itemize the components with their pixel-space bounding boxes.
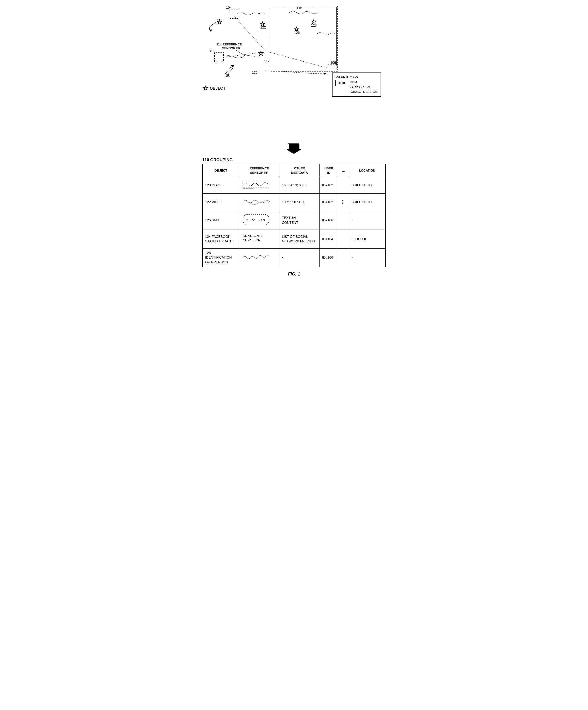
db-ctrl-label: CTRL bbox=[336, 80, 348, 86]
svg-text:☆: ☆ bbox=[294, 26, 299, 33]
table-row: 124 FACEBOOKSTATUS UPDATE X1, X2, …, XN … bbox=[203, 230, 386, 249]
svg-text:114  REFERENCE: 114 REFERENCE bbox=[216, 43, 242, 46]
cell-object-3: 126 SMS bbox=[203, 211, 239, 230]
cell-userid-1: ID#102 bbox=[320, 177, 338, 194]
svg-text:☆: ☆ bbox=[260, 20, 265, 27]
cell-location-2: BUILDING ID bbox=[349, 193, 386, 211]
db-mem-item2: -OBJECTS 120-128 bbox=[350, 89, 378, 94]
svg-text:☆: ☆ bbox=[216, 18, 222, 26]
svg-text:116: 116 bbox=[297, 6, 302, 10]
svg-text:☆: ☆ bbox=[258, 50, 264, 57]
cell-object-2: 122 VIDEO bbox=[203, 193, 239, 211]
svg-marker-33 bbox=[287, 144, 301, 154]
cell-other-3: TEXTUALCONTENT bbox=[279, 211, 320, 230]
svg-text:102: 102 bbox=[210, 49, 215, 53]
svg-marker-27 bbox=[209, 29, 212, 32]
figure-label: FIG. 1 bbox=[200, 271, 388, 277]
cell-location-5: - bbox=[349, 249, 386, 267]
col-header-other-metadata: OTHERMETADATA bbox=[279, 164, 320, 177]
svg-rect-0 bbox=[229, 9, 238, 18]
main-table: OBJECT REFERENCESENSOR FP OTHERMETADATA … bbox=[202, 164, 386, 267]
diagram-area: 104 124 102 106 116 122 126 128 112 108 … bbox=[200, 5, 388, 140]
cell-dots-2: ⋮ bbox=[338, 193, 349, 211]
svg-text:Y1, Y2, …, YN: Y1, Y2, …, YN bbox=[246, 218, 265, 221]
svg-text:104: 104 bbox=[226, 5, 232, 9]
svg-line-30 bbox=[235, 50, 245, 55]
db-entity-title: DB ENTITY 100 bbox=[336, 75, 377, 78]
db-entity-box: DB ENTITY 100 CTRL MEM -SENSOR FPs -OBJE… bbox=[332, 72, 381, 97]
object-star-icon: ☆ bbox=[202, 85, 208, 92]
cell-dots-3 bbox=[338, 211, 349, 230]
cell-object-1: 120 IMAGE bbox=[203, 177, 239, 194]
db-mem-label: MEM bbox=[350, 80, 378, 85]
col-header-location: LOCATION bbox=[349, 164, 386, 177]
cell-dots-5 bbox=[338, 249, 349, 267]
table-row: 128 IDENTIFICATIONOF A PERSON - ID#106 - bbox=[203, 249, 386, 267]
cell-other-2: 10 M.; 20 SEC. bbox=[279, 193, 320, 211]
svg-line-21 bbox=[269, 52, 328, 68]
cell-location-4: FLOOR ID bbox=[349, 230, 386, 249]
table-header-row: OBJECT REFERENCESENSOR FP OTHERMETADATA … bbox=[203, 164, 386, 177]
svg-rect-1 bbox=[215, 53, 224, 62]
cell-ref-2 bbox=[239, 193, 279, 211]
cell-object-5: 128 IDENTIFICATIONOF A PERSON bbox=[203, 249, 239, 267]
svg-text:106: 106 bbox=[330, 61, 336, 65]
table-row: 122 VIDEO 10 M.; 20 SEC. ID#102 ⋮ BUILDI… bbox=[203, 193, 386, 211]
down-arrow-icon bbox=[287, 143, 301, 155]
table-row: 120 IMAGE — — — — 16.9.2013; 08:32 ID#10… bbox=[203, 177, 386, 194]
svg-text:☆: ☆ bbox=[311, 18, 317, 25]
svg-marker-25 bbox=[230, 65, 234, 68]
svg-rect-34 bbox=[242, 181, 270, 188]
svg-text:108: 108 bbox=[224, 74, 230, 77]
svg-text:X1, X2, …, XN ;: X1, X2, …, XN ; bbox=[243, 234, 262, 237]
svg-text:120: 120 bbox=[252, 71, 258, 74]
cell-other-5: - bbox=[279, 249, 320, 267]
cell-userid-3: ID#106 bbox=[320, 211, 338, 230]
cell-userid-5: ID#106 bbox=[320, 249, 338, 267]
cell-other-4: LIST OF SOCIALNETWORK FRIENDS bbox=[279, 230, 320, 249]
cell-ref-4: X1, X2, …, XN ; Y1, Y2, …, YN bbox=[239, 230, 279, 249]
cell-ref-5 bbox=[239, 249, 279, 267]
table-section: 110 GROUPING OBJECT REFERENCESENSOR FP O… bbox=[202, 158, 386, 267]
cell-userid-4: ID#104 bbox=[320, 230, 338, 249]
col-header-user-id: USERID bbox=[320, 164, 338, 177]
col-header-dots: ... bbox=[338, 164, 349, 177]
db-mem-section: MEM -SENSOR FPs -OBJECTS 120-128 bbox=[350, 80, 378, 94]
svg-marker-26 bbox=[324, 73, 326, 75]
cell-dots-1 bbox=[338, 177, 349, 194]
table-row: 126 SMS Y1, Y2, …, YN TEXTUALCONTENT ID#… bbox=[203, 211, 386, 230]
db-mem-item1: -SENSOR FPs bbox=[350, 85, 378, 90]
cell-dots-4 bbox=[338, 230, 349, 249]
cell-location-3: - bbox=[349, 211, 386, 230]
grouping-label: 110 GROUPING bbox=[202, 158, 233, 162]
svg-text:SENSOR FP: SENSOR FP bbox=[222, 46, 240, 50]
cell-ref-3: Y1, Y2, …, YN bbox=[239, 211, 279, 230]
svg-text:— — — —: — — — — bbox=[243, 187, 253, 190]
svg-text:Y1, Y2, …, YN: Y1, Y2, …, YN bbox=[243, 238, 260, 241]
cell-location-1: BUILDING ID bbox=[349, 177, 386, 194]
object-legend-label: OBJECT bbox=[210, 86, 225, 91]
svg-text:112: 112 bbox=[264, 59, 270, 63]
object-legend: ☆ OBJECT bbox=[202, 85, 225, 92]
cell-other-1: 16.9.2013; 08:32 bbox=[279, 177, 320, 194]
col-header-object: OBJECT bbox=[203, 164, 239, 177]
cell-userid-2: ID#102 bbox=[320, 193, 338, 211]
cell-object-4: 124 FACEBOOKSTATUS UPDATE bbox=[203, 230, 239, 249]
col-header-ref-fp: REFERENCESENSOR FP bbox=[239, 164, 279, 177]
cell-ref-1: — — — — bbox=[239, 177, 279, 194]
